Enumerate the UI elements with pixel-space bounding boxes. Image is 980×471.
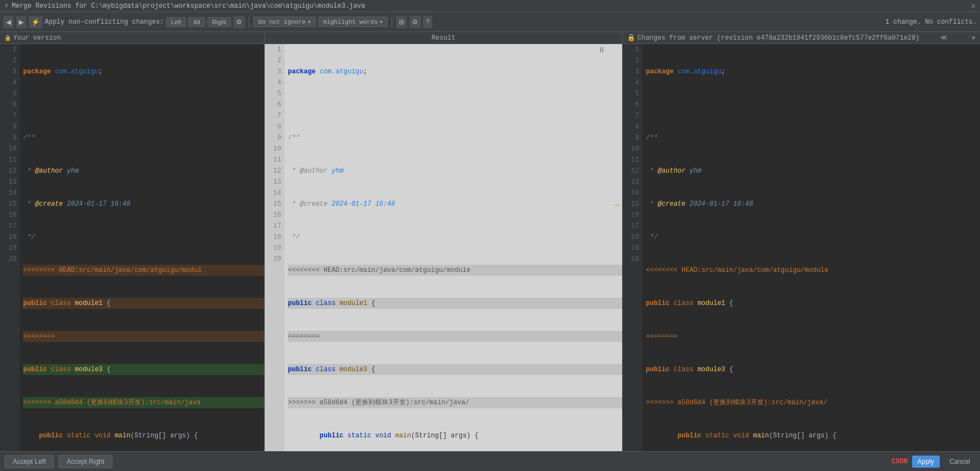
right-line-11: >>>>>>> a58d6d4 (更换到模块3开发):src/main/java… [646,397,980,408]
sep2 [392,17,392,28]
apply-all-btn[interactable]: All [188,17,205,27]
left-line-8: public class module1 { [23,298,264,309]
highlight-words-dropdown[interactable]: Highlight words ▾ [318,17,388,27]
bottom-left-buttons: Accept Left Accept Right [4,455,113,468]
right-line-8: public class module1 { [646,298,980,309]
center-line-12: public static void main(String[] args) { [288,430,622,441]
left-code-lines: package com.atguigu; /** * @author yhm *… [20,44,264,451]
do-not-ignore-dropdown[interactable]: Do not ignore ▾ [253,17,315,27]
right-line-2 [646,99,980,110]
left-line-11: >>>>>>> a58d6d4 (更换到模块3开发):src/main/java [23,397,264,408]
highlight-dropdown-arrow-icon: ▾ [379,18,383,25]
gear-icon-btn[interactable]: ⚙ [409,16,421,28]
left-pane: 12345 678910 1112131415 1617181920 packa… [0,44,265,451]
csdn-logo: CSDN [892,458,908,465]
title-close-btn[interactable]: ✕ [971,1,976,10]
columns-icon-btn[interactable]: ⊞ [396,16,407,28]
left-code-area[interactable]: 12345 678910 1112131415 1617181920 packa… [0,44,264,451]
title-bar: ⚡ Merge Revisions for C:\mybigdata\proje… [0,0,980,12]
toolbar: ◀ ▶ ⚡ Apply non-conflicting changes: Lef… [0,12,980,32]
right-line-1: package com.atguigu; [646,66,980,77]
right-line-9: ======== [646,331,980,342]
right-code-area[interactable]: 12345 678910 1112131415 1617181920 packa… [623,44,980,451]
left-line-5: * @create 2024-01-17 16:48 [23,199,264,210]
sep1 [249,17,249,28]
left-line-3: /** [23,132,264,143]
left-line-6: */ [23,232,264,243]
right-code-lines: package com.atguigu; /** * @author yhm *… [642,44,980,451]
right-lock-icon: 🔒 [627,34,635,42]
right-col-label: Changes from server (revision e478a232b1… [638,34,919,42]
left-line-numbers: 12345 678910 1112131415 1617181920 [0,44,20,451]
right-line-12: public static void main(String[] args) { [646,430,980,441]
apply-btn[interactable]: Apply [912,456,940,468]
left-line-1: package com.atguigu; [23,66,264,77]
settings-arrow-btn[interactable]: ⚙ [233,16,245,28]
do-not-ignore-label: Do not ignore [258,19,306,25]
center-line-2 [288,99,622,110]
right-pane: 12345 678910 1112131415 1617181920 packa… [623,44,980,451]
left-line-9: ======== [23,331,264,342]
left-line-10: public class module3 { [23,364,264,375]
center-pane: ⏸ 12345 678910 1112131415 1617181920 pac… [265,44,623,451]
center-code-area[interactable]: 12345 678910 1112131415 1617181920 packa… [265,44,622,451]
center-line-3: /** [288,132,622,143]
center-line-11: >>>>>>> a58d6d4 (更换到模块3开发):src/main/java… [288,397,622,408]
apply-left-btn[interactable]: Left [166,17,186,27]
left-line-7: <<<<<<<< HEAD:src/main/java/com/atguigu/… [23,265,264,276]
cancel-btn[interactable]: Cancel [944,456,976,468]
accept-right-btn[interactable]: Accept Right [58,455,113,468]
center-line-4: * @author yhm [288,165,622,176]
right-collapse-btn[interactable]: ≪ [940,34,947,42]
right-line-5: * @create 2024-01-17 16:48 [646,199,980,210]
left-col-header: 🔒 Your version [0,32,265,44]
center-line-9: ======== [288,331,622,342]
center-line-numbers: 12345 678910 1112131415 1617181920 [265,44,285,451]
center-line-10: public class module3 { [288,364,622,375]
lock-icon: 🔒 [4,35,11,41]
col-headers: 🔒 Your version Result 🔒 Changes from ser… [0,32,980,44]
center-line-1: package com.atguigu; [288,66,622,77]
title-text: Merge Revisions for C:\mybigdata\project… [12,2,365,10]
pause-btn[interactable]: ⏸ [598,45,606,54]
left-col-label: Your version [13,34,61,42]
right-line-6: */ [646,232,980,243]
highlight-words-label: Highlight words [323,19,378,25]
prev-change-btn[interactable]: ◀ [3,16,14,28]
right-line-3: /** [646,132,980,143]
next-change-btn[interactable]: ▶ [16,16,26,28]
right-close-btn[interactable]: ✕ [972,34,976,42]
bottom-bar: Accept Left Accept Right CSDN Apply Canc… [0,451,980,471]
bottom-right-buttons: CSDN Apply Cancel [892,456,976,468]
right-line-10: public class module3 { [646,364,980,375]
center-line-8: public class module1 { [288,298,622,309]
right-col-header: 🔒 Changes from server (revision e478a232… [623,32,980,44]
center-col-label: Result [431,34,455,42]
accept-left-btn[interactable]: Accept Left [4,455,54,468]
right-line-numbers: 12345 678910 1112131415 1617181920 [623,44,642,451]
right-line-4: * @author yhm [646,165,980,176]
center-col-header: Result [265,32,623,44]
magic-btn[interactable]: ⚡ [29,16,42,28]
center-line-7: <<<<<<<< HEAD:src/main/java/com/atguigu/… [288,265,622,276]
center-code-lines: package com.atguigu; /** * @author yhm *… [285,44,622,451]
right-line-7: <<<<<<<< HEAD:src/main/java/com/atguigu/… [646,265,980,276]
merge-icon: ⚡ [4,2,8,10]
changes-info: 1 change. No conflicts. [885,18,977,26]
apply-non-conflicting-label: Apply non-conflicting changes: [45,18,164,26]
center-line-5: * @create 2024-01-17 16:48— [288,199,622,210]
left-line-2 [23,99,264,110]
main-content: 12345 678910 1112131415 1617181920 packa… [0,44,980,451]
apply-right-btn[interactable]: Right [207,17,232,27]
left-line-4: * @author yhm [23,165,264,176]
center-line-6: */ [288,232,622,243]
help-icon-btn[interactable]: ? [423,16,432,28]
dropdown-arrow-icon: ▾ [307,18,311,25]
left-line-12: public static void main(String[] args) { [23,430,264,441]
